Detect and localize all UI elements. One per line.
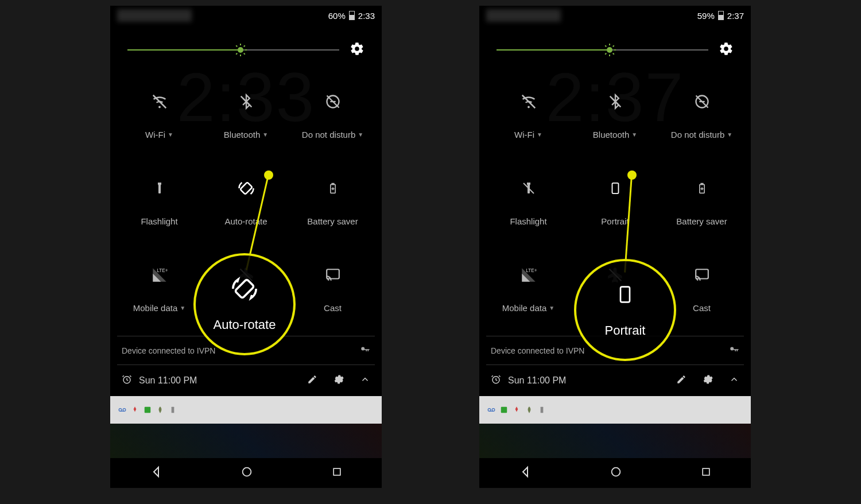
device-icon <box>169 406 177 414</box>
back-button[interactable] <box>518 465 532 481</box>
key-icon <box>729 344 739 356</box>
settings-icon[interactable] <box>719 41 734 59</box>
status-bar: 59% 2:37 <box>479 6 751 25</box>
tile-flashlight[interactable]: Flashlight <box>485 180 572 226</box>
tile-mobile-data[interactable]: LTE+ Mobile data▼ <box>116 266 203 313</box>
phone-right: 2:37 59% 2:37 Wi-Fi▼ Bluetooth▼ <box>479 6 751 488</box>
clock: 2:33 <box>358 11 375 21</box>
svg-text:LTE+: LTE+ <box>157 268 168 273</box>
edit-icon[interactable] <box>676 374 687 387</box>
app-icon <box>513 406 521 414</box>
svg-rect-16 <box>612 183 618 193</box>
settings-icon[interactable] <box>350 41 364 59</box>
key-icon <box>360 344 370 356</box>
leaf-icon <box>156 406 164 414</box>
image-icon <box>144 406 152 414</box>
chevron-down-icon: ▼ <box>549 305 554 311</box>
svg-point-25 <box>612 468 620 476</box>
voicemail-icon <box>487 406 495 414</box>
cast-icon <box>693 266 711 284</box>
tile-dnd[interactable]: Do not disturb▼ <box>289 93 376 139</box>
svg-point-21 <box>488 409 491 412</box>
tile-wifi[interactable]: Wi-Fi▼ <box>485 93 572 139</box>
svg-point-22 <box>492 409 495 412</box>
notification-icons-bar[interactable] <box>479 396 751 424</box>
recents-button[interactable] <box>331 466 343 480</box>
tile-flashlight[interactable]: Flashlight <box>116 180 203 226</box>
signal-lte-icon: LTE+ <box>151 266 168 284</box>
tile-portrait[interactable]: Portrait <box>572 180 658 226</box>
edit-icon[interactable] <box>307 374 317 387</box>
chevron-down-icon: ▼ <box>180 305 185 311</box>
wallpaper <box>479 424 751 458</box>
svg-rect-12 <box>333 468 340 475</box>
flashlight-off-icon <box>520 180 537 197</box>
leaf-icon <box>525 406 533 414</box>
status-bar: 60% 2:33 <box>110 6 382 25</box>
wifi-off-icon <box>520 93 537 110</box>
chevron-down-icon: ▼ <box>537 131 542 138</box>
battery-saver-icon <box>693 180 711 197</box>
callout-dot <box>627 170 637 180</box>
brightness-thumb[interactable] <box>603 43 616 57</box>
brightness-thumb[interactable] <box>234 43 247 57</box>
brightness-slider[interactable] <box>479 25 751 64</box>
tile-cast[interactable]: Cast <box>289 266 376 313</box>
phone-left: 2:33 60% 2:33 Wi-Fi▼ Bluetooth▼ <box>110 6 382 488</box>
auto-rotate-icon <box>232 276 257 301</box>
svg-point-8 <box>123 409 126 412</box>
dnd-off-icon <box>693 93 711 110</box>
gear-icon[interactable] <box>333 374 344 387</box>
chevron-up-icon[interactable] <box>729 374 739 387</box>
tile-auto-rotate[interactable]: Auto-rotate <box>203 180 289 226</box>
alarm-row[interactable]: Sun 11:00 PM <box>110 365 382 396</box>
svg-text:LTE+: LTE+ <box>526 268 537 273</box>
signal-lte-icon: LTE+ <box>520 266 537 284</box>
status-blur <box>117 9 192 22</box>
cast-icon <box>324 266 342 284</box>
auto-rotate-icon <box>238 180 255 197</box>
clock: 2:37 <box>727 11 744 21</box>
bluetooth-off-icon <box>238 93 255 110</box>
tile-battery-saver[interactable]: Battery saver <box>289 180 376 226</box>
callout-auto-rotate: Auto-rotate <box>193 253 296 355</box>
tile-dnd[interactable]: Do not disturb▼ <box>658 93 745 139</box>
alarm-icon <box>122 374 132 387</box>
wallpaper <box>110 424 382 458</box>
svg-point-11 <box>243 468 251 476</box>
recents-button[interactable] <box>700 466 712 480</box>
tile-mobile-data[interactable]: LTE+ Mobile data▼ <box>485 266 572 313</box>
svg-point-7 <box>119 409 122 412</box>
home-button[interactable] <box>610 466 622 480</box>
svg-rect-27 <box>620 287 630 303</box>
brightness-slider[interactable] <box>110 25 382 64</box>
navigation-bar <box>479 458 751 488</box>
gear-icon[interactable] <box>703 374 713 387</box>
svg-rect-23 <box>501 407 507 413</box>
home-button[interactable] <box>241 466 253 480</box>
device-icon <box>538 406 546 414</box>
battery-percent: 59% <box>697 11 715 21</box>
svg-rect-9 <box>145 407 151 413</box>
voicemail-icon <box>118 406 126 414</box>
alarm-row[interactable]: Sun 11:00 PM <box>479 365 751 396</box>
tile-bluetooth[interactable]: Bluetooth▼ <box>203 93 289 139</box>
chevron-down-icon: ▼ <box>631 131 637 138</box>
flashlight-icon <box>151 180 168 197</box>
battery-icon <box>349 11 355 20</box>
portrait-icon <box>607 180 624 197</box>
chevron-down-icon: ▼ <box>727 131 732 138</box>
portrait-icon <box>616 282 634 307</box>
notification-icons-bar[interactable] <box>110 396 382 424</box>
wifi-off-icon <box>151 93 168 110</box>
dnd-off-icon <box>324 93 342 110</box>
svg-rect-2 <box>240 182 252 194</box>
back-button[interactable] <box>149 465 163 481</box>
tile-battery-saver[interactable]: Battery saver <box>658 180 745 226</box>
tile-wifi[interactable]: Wi-Fi▼ <box>116 93 203 139</box>
chevron-up-icon[interactable] <box>360 374 370 387</box>
callout-dot <box>264 170 273 180</box>
status-blur <box>486 9 561 22</box>
svg-rect-24 <box>541 407 544 413</box>
tile-bluetooth[interactable]: Bluetooth▼ <box>572 93 658 139</box>
